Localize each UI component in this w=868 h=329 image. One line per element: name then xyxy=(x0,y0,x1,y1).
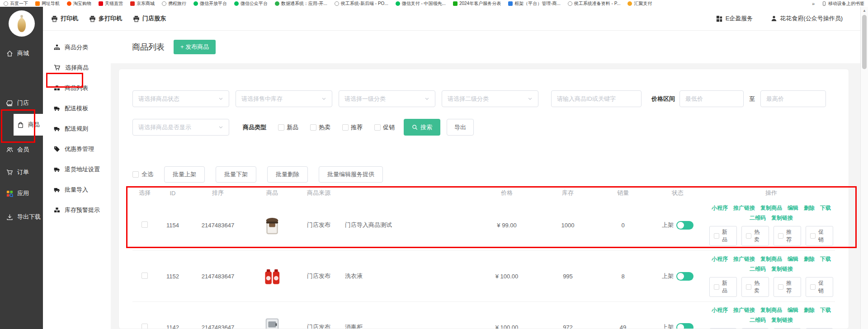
table-header-cell: 商品 xyxy=(247,189,297,197)
bookmark-item[interactable]: 2024年客户服务分表 xyxy=(453,0,501,7)
tag-checkbox-热卖[interactable]: 热卖 xyxy=(741,226,769,246)
status-toggle[interactable] xyxy=(676,323,693,329)
action-link-删除[interactable]: 删除 xyxy=(804,204,815,212)
batch-button-批量下架[interactable]: 批量下架 xyxy=(216,166,256,183)
topbar-item-打印机[interactable]: 打印机 xyxy=(51,14,78,23)
bookmark-item[interactable]: 微信支付 - 中国领先... xyxy=(396,0,446,7)
action-link-小程序[interactable]: 小程序 xyxy=(712,204,728,212)
action-link-推广链接[interactable]: 推广链接 xyxy=(733,255,755,263)
action-link-二维码[interactable]: 二维码 xyxy=(750,316,766,324)
submenu-item-退货地址设置[interactable]: 退货地址设置 xyxy=(43,159,111,179)
action-link-编辑[interactable]: 编辑 xyxy=(788,306,798,314)
type-checkbox-促销[interactable]: 促销 xyxy=(374,123,395,132)
submenu-item-选择商品[interactable]: 选择商品 xyxy=(43,57,111,78)
scrollbar-thumb[interactable] xyxy=(862,15,867,69)
topbar-item-门店股东[interactable]: 门店股东 xyxy=(133,14,166,23)
submenu-item-配送模板[interactable]: 配送模板 xyxy=(43,98,111,118)
filter-select-4[interactable]: 请选择二级分类 xyxy=(442,90,538,107)
type-checkbox-推荐[interactable]: 推荐 xyxy=(342,123,363,132)
row-checkbox[interactable] xyxy=(142,221,148,228)
type-checkbox-热卖[interactable]: 热卖 xyxy=(310,123,330,132)
filter-select-3[interactable]: 请选择一级分类 xyxy=(339,90,435,107)
submenu-item-商品列表[interactable]: 商品列表 xyxy=(43,78,111,98)
action-link-复制商品[interactable]: 复制商品 xyxy=(760,204,782,212)
action-link-删除[interactable]: 删除 xyxy=(804,306,815,314)
action-link-删除[interactable]: 删除 xyxy=(804,255,815,263)
submenu-item-库存预警提示[interactable]: 库存预警提示 xyxy=(43,200,111,220)
select-all-checkbox[interactable]: 全选 xyxy=(132,170,153,179)
bookmark-item[interactable]: 侯工系统-新后端 - PO... xyxy=(335,0,388,7)
sidebar-item-商城[interactable]: 商城 xyxy=(0,43,43,63)
bookmark-item[interactable]: 京东商城 xyxy=(130,0,155,7)
bookmark-item[interactable]: 百度一下 xyxy=(4,0,28,7)
scroll-up-icon[interactable]: ▲ xyxy=(861,7,868,14)
action-link-编辑[interactable]: 编辑 xyxy=(788,255,798,263)
action-link-复制商品[interactable]: 复制商品 xyxy=(760,255,782,263)
status-toggle[interactable] xyxy=(676,221,693,230)
action-link-二维码[interactable]: 二维码 xyxy=(750,265,766,273)
status-toggle[interactable] xyxy=(676,272,693,281)
submenu-item-优惠券管理[interactable]: 优惠券管理 xyxy=(43,139,111,159)
batch-button-批量上架[interactable]: 批量上架 xyxy=(164,166,205,183)
action-link-下载[interactable]: 下载 xyxy=(820,306,831,314)
batch-button-批量编辑服务提供[interactable]: 批量编辑服务提供 xyxy=(319,166,383,183)
topbar-item-多打印机[interactable]: 多打印机 xyxy=(89,14,122,23)
tag-checkbox-推荐[interactable]: 推荐 xyxy=(774,226,801,246)
tag-checkbox-促销[interactable]: 促销 xyxy=(806,277,833,297)
row-checkbox[interactable] xyxy=(142,273,148,279)
action-link-复制链接[interactable]: 复制链接 xyxy=(771,316,793,324)
vertical-scrollbar[interactable]: ▲ xyxy=(860,7,868,329)
action-link-小程序[interactable]: 小程序 xyxy=(712,306,728,314)
bookmark-item[interactable]: 网址导航 xyxy=(35,0,60,7)
row-checkbox[interactable] xyxy=(142,324,148,329)
submenu-item-配送规则[interactable]: 配送规则 xyxy=(43,118,111,139)
sidebar-item-订单[interactable]: 订单 xyxy=(0,162,43,182)
sidebar-item-应用[interactable]: 应用 xyxy=(0,183,43,203)
bookmark-item[interactable]: 数据通系统：应用-开... xyxy=(275,0,327,7)
export-button[interactable]: 导出 xyxy=(447,119,474,136)
search-button[interactable]: 搜索 xyxy=(404,119,440,136)
max-price-input[interactable] xyxy=(760,90,826,107)
sidebar-item-门店[interactable]: 门店 xyxy=(0,93,43,113)
action-link-二维码[interactable]: 二维码 xyxy=(750,214,766,222)
publish-product-button[interactable]: + 发布商品 xyxy=(174,40,216,54)
min-price-input[interactable] xyxy=(679,90,744,107)
sidebar-item-商品[interactable]: 商品 xyxy=(14,114,43,136)
submenu-item-批量导入[interactable]: 批量导入 xyxy=(43,179,111,200)
bookmark-item[interactable]: 微信公众平台 xyxy=(234,0,268,7)
user-account[interactable]: 花花食府(公众号操作员) xyxy=(771,14,843,23)
type-checkbox-新品[interactable]: 新品 xyxy=(278,123,298,132)
tag-checkbox-推荐[interactable]: 推荐 xyxy=(774,277,801,297)
action-link-推广链接[interactable]: 推广链接 xyxy=(733,306,755,314)
action-link-编辑[interactable]: 编辑 xyxy=(788,204,798,212)
action-link-小程序[interactable]: 小程序 xyxy=(712,255,728,263)
submenu-item-商品分类[interactable]: 商品分类 xyxy=(43,37,111,57)
bookmark-item[interactable]: 天猫直营 xyxy=(99,0,123,7)
action-link-复制商品[interactable]: 复制商品 xyxy=(760,306,782,314)
display-select[interactable]: 请选择商品是否显示 xyxy=(132,119,229,136)
action-link-复制链接[interactable]: 复制链接 xyxy=(771,265,793,273)
sidebar-item-会员[interactable]: 会员 xyxy=(0,140,43,160)
bookmark-item[interactable]: 微信开放平台 xyxy=(193,0,227,7)
bookmark-item[interactable]: 侯工系统准备资料 - P... xyxy=(568,0,621,7)
action-link-推广链接[interactable]: 推广链接 xyxy=(733,204,755,212)
batch-button-批量删除[interactable]: 批量删除 xyxy=(267,166,308,183)
tag-checkbox-促销[interactable]: 促销 xyxy=(806,226,833,246)
bookmark-item[interactable]: 携程旅行 xyxy=(162,0,186,7)
bookmarks-overflow-icon[interactable]: » xyxy=(812,1,815,6)
tag-checkbox-新品[interactable]: 新品 xyxy=(709,226,737,246)
filter-select-1[interactable]: 请选择商品状态 xyxy=(132,90,229,107)
keyword-input[interactable] xyxy=(551,90,642,107)
tag-checkbox-新品[interactable]: 新品 xyxy=(709,277,737,297)
action-link-复制链接[interactable]: 复制链接 xyxy=(771,214,793,222)
action-link-下载[interactable]: 下载 xyxy=(820,255,831,263)
bookmark-item[interactable]: 汇聚支付 xyxy=(627,0,652,7)
sidebar-item-导出下载[interactable]: 导出下载 xyxy=(0,207,43,227)
filter-select-2[interactable]: 请选择售中库存 xyxy=(236,90,332,107)
action-link-下载[interactable]: 下载 xyxy=(820,204,831,212)
bookmark-item[interactable]: 淘宝购物 xyxy=(67,0,91,7)
bookmark-item[interactable]: 框架（平台）管理-商... xyxy=(508,0,561,7)
tag-checkbox-热卖[interactable]: 热卖 xyxy=(741,277,769,297)
mobile-bookmarks[interactable]: 移动设备上的书签 xyxy=(822,0,864,7)
service-entry[interactable]: E企盈服务 xyxy=(716,14,753,23)
